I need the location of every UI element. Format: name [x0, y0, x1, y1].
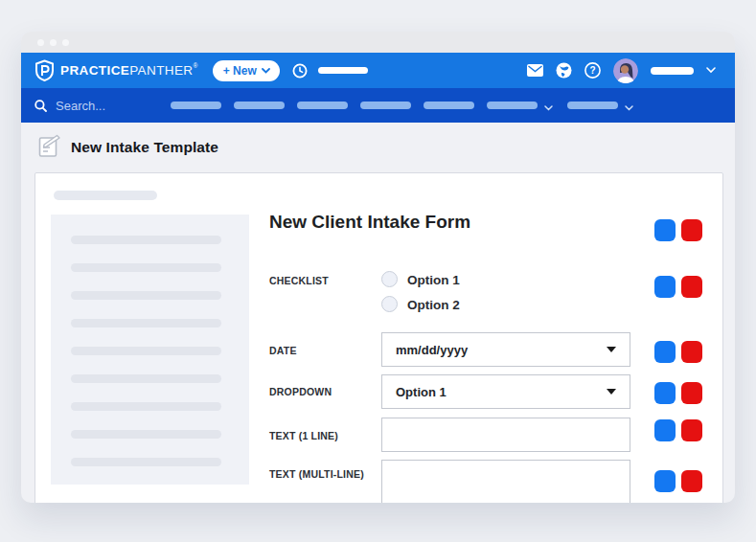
help-icon[interactable]: ?: [584, 62, 601, 79]
field-label-text-1-line: TEXT (1 LINE): [269, 430, 338, 441]
red-action-button[interactable]: [681, 470, 702, 492]
dropdown-caret-icon: [607, 347, 616, 352]
radio-option-2[interactable]: [381, 296, 398, 312]
nav-item-placeholder[interactable]: [567, 102, 618, 109]
brand-wordmark: PRACTICEPANTHER®: [60, 63, 198, 78]
dropdown-select[interactable]: Option 1: [381, 374, 630, 409]
blue-action-button[interactable]: [654, 219, 676, 241]
panther-shield-icon: [34, 59, 55, 82]
skeleton-line: [71, 430, 221, 439]
skeleton-line: [71, 319, 221, 327]
field-label-dropdown: DROPDOWN: [269, 386, 332, 397]
radio-option-1-label[interactable]: Option 1: [407, 273, 460, 287]
search-input[interactable]: [56, 99, 151, 113]
red-action-button[interactable]: [681, 419, 702, 441]
skeleton-line: [71, 374, 221, 383]
radio-option-1[interactable]: [381, 271, 398, 287]
skeleton-line: [71, 263, 221, 272]
field-label-text-multi-line: TEXT (MULTI-LINE): [269, 468, 364, 480]
chevron-down-icon: [262, 68, 270, 74]
search-box[interactable]: [34, 99, 171, 113]
text-multi-line-input[interactable]: [381, 460, 630, 503]
text-1-line-input[interactable]: [381, 418, 630, 452]
avatar[interactable]: [613, 58, 638, 83]
radio-option-2-label[interactable]: Option 2: [407, 298, 460, 312]
chevron-down-icon[interactable]: [544, 98, 553, 115]
field-label-date: DATE: [269, 345, 297, 356]
new-button-label: + New: [223, 64, 257, 78]
nav-item-placeholder[interactable]: [297, 102, 348, 109]
window-dot: [62, 39, 69, 46]
blue-action-button[interactable]: [654, 470, 676, 492]
nav-item-placeholder[interactable]: [171, 102, 221, 109]
window-dot: [50, 39, 57, 46]
practicepanther-logo[interactable]: PRACTICEPANTHER®: [34, 59, 198, 82]
skeleton-line: [71, 291, 221, 300]
app-window: PRACTICEPANTHER® + New: [21, 32, 735, 503]
nav-item-placeholder[interactable]: [360, 102, 411, 109]
blue-action-button[interactable]: [654, 419, 676, 441]
chevron-down-icon[interactable]: [625, 98, 633, 115]
window-titlebar: [21, 32, 735, 53]
nav-menu: [171, 88, 648, 123]
skeleton-line: [71, 236, 221, 244]
page-title: New Intake Template: [71, 139, 218, 156]
svg-text:?: ?: [589, 65, 595, 76]
field-label-checklist: CHECKLIST: [269, 275, 329, 286]
nav-item-placeholder[interactable]: [487, 102, 538, 109]
form-title: New Client Intake Form: [269, 212, 470, 233]
red-action-button[interactable]: [681, 382, 702, 404]
red-action-button[interactable]: [681, 276, 702, 298]
date-select[interactable]: mm/dd/yyyy: [381, 332, 630, 367]
blue-action-button[interactable]: [654, 382, 676, 404]
page-title-row: New Intake Template: [21, 123, 735, 172]
skeleton-line: [71, 402, 221, 411]
clock-icon[interactable]: [292, 63, 308, 79]
dropdown-select-value: Option 1: [396, 385, 447, 399]
blue-action-button[interactable]: [654, 276, 676, 298]
skeleton-line: [71, 347, 221, 355]
window-dot: [37, 39, 44, 46]
red-action-button[interactable]: [681, 219, 702, 241]
date-select-value: mm/dd/yyyy: [396, 343, 468, 357]
envelope-icon[interactable]: [527, 64, 543, 77]
dropdown-caret-icon: [607, 389, 616, 395]
search-icon: [34, 100, 47, 112]
user-name-placeholder-bar[interactable]: [651, 67, 694, 75]
edit-template-icon: [38, 134, 60, 162]
globe-icon[interactable]: [556, 62, 572, 79]
nav-item-placeholder[interactable]: [234, 102, 285, 109]
app-header-bar: PRACTICEPANTHER® + New: [21, 53, 735, 88]
new-button[interactable]: + New: [213, 60, 280, 81]
skeleton-line: [71, 458, 221, 466]
nav-item-placeholder[interactable]: [424, 102, 474, 109]
nav-bar: [21, 88, 735, 123]
template-name-placeholder-bar: [54, 191, 157, 200]
page-background: PRACTICEPANTHER® + New: [0, 0, 756, 542]
form-preview-skeleton: [51, 215, 249, 485]
blue-action-button[interactable]: [654, 341, 676, 363]
chevron-down-icon[interactable]: [706, 67, 716, 74]
red-action-button[interactable]: [681, 341, 702, 363]
header-placeholder-bar[interactable]: [318, 67, 368, 74]
intake-template-card: New Client Intake Form CHECKLIST Option …: [34, 172, 723, 503]
